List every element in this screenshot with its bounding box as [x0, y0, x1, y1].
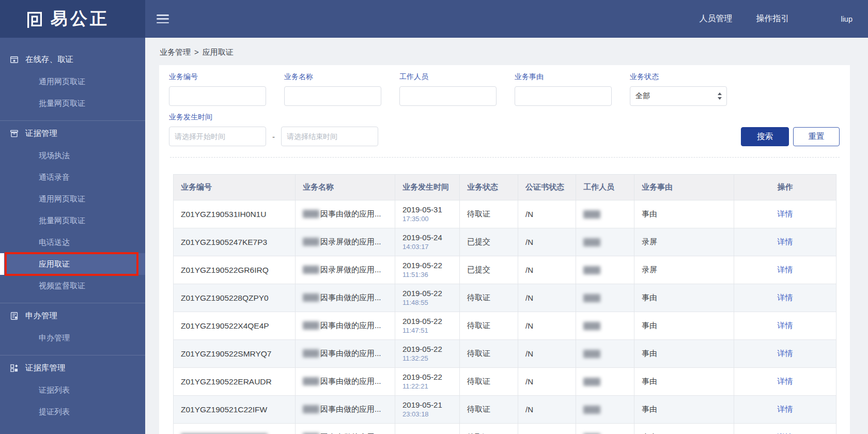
redacted-name [303, 405, 319, 413]
menu-toggle-icon[interactable] [157, 14, 169, 23]
detail-link[interactable]: 详情 [778, 265, 793, 274]
cell-date: 2019-05-2211:32:25 [395, 340, 460, 368]
sidebar-section-evidence-header[interactable]: 证据管理 [0, 122, 145, 145]
cell-staff [576, 200, 634, 228]
cell-cert-status: /N [518, 396, 576, 424]
date-range-separator: - [272, 132, 275, 141]
active-indicator [0, 253, 4, 275]
col-cert-status: 公证书状态 [518, 175, 576, 200]
sidebar-item-phone-delivery[interactable]: 电话送达 [0, 231, 145, 253]
sidebar-section-label: 证据库管理 [25, 363, 66, 374]
field-label-business-id: 业务编号 [169, 72, 266, 82]
business-id-input[interactable] [169, 86, 266, 106]
col-actions: 操作 [734, 175, 836, 200]
cell-reason: 录屏 [634, 228, 734, 256]
cell-business-name: 因事由做的应用... [296, 312, 395, 340]
cell-business-id: Z01YGZ1905228QZPY0 [174, 284, 296, 312]
sidebar-item-batch-web[interactable]: 批量网页取证 [0, 92, 145, 114]
cell-date: 2019-05-3117:35:00 [395, 200, 460, 228]
nav-guide[interactable]: 操作指引 [756, 13, 789, 24]
cell-cert-status: /N [518, 228, 576, 256]
cell-actions: 详情 [734, 368, 836, 396]
redacted-staff [583, 238, 600, 246]
cell-date: 2019-05-2211:22:21 [395, 368, 460, 396]
sidebar-item-video-supervision[interactable]: 视频监督取证 [0, 275, 145, 297]
table-row: Z01YGZ190531IH0N1U 因事由做的应用... 2019-05-31… [174, 200, 836, 228]
sidebar-item-batch-web-evidence[interactable]: 批量网页取证 [0, 210, 145, 231]
cell-business-name: 因事由做的应用... [296, 200, 395, 228]
col-staff: 工作人员 [576, 175, 634, 200]
date-start-input[interactable] [169, 127, 266, 146]
field-label-staff: 工作人员 [399, 72, 497, 82]
status-select[interactable]: 全部 [630, 86, 727, 106]
sidebar-item-call-recording[interactable]: 通话录音 [0, 166, 145, 188]
sidebar-section-online-header[interactable]: 在线存、取证 [0, 48, 145, 71]
sidebar-section-application-header[interactable]: 申办管理 [0, 304, 145, 327]
sidebar-section-label: 证据管理 [25, 128, 57, 139]
cell-actions: 详情 [734, 256, 836, 284]
redacted-name [303, 238, 319, 246]
date-end-input[interactable] [281, 127, 378, 146]
sidebar-item-onsite-enforcement[interactable]: 现场执法 [0, 145, 145, 166]
cell-actions: 详情 [734, 312, 836, 340]
redacted-staff [583, 406, 600, 414]
cell-date: 2019-05-2211:47:51 [395, 312, 460, 340]
cell-actions: 详情 [734, 424, 836, 434]
cell-actions: 详情 [734, 200, 836, 228]
redacted-name [303, 210, 319, 218]
detail-link[interactable]: 详情 [778, 237, 793, 246]
cell-staff [576, 396, 634, 424]
detail-link[interactable]: 详情 [778, 377, 793, 385]
document-user-icon [10, 312, 19, 320]
sidebar-item-evidence-list[interactable]: 证据列表 [0, 379, 145, 401]
cell-actions: 详情 [734, 284, 836, 312]
reset-button[interactable]: 重置 [793, 127, 840, 146]
cell-reason: 录屏 [634, 256, 734, 284]
cell-status: 待取证 [460, 396, 518, 424]
nav-personnel[interactable]: 人员管理 [699, 13, 732, 24]
cell-cert-status: /N [518, 424, 576, 434]
sidebar-item-app-evidence-active[interactable]: 应用取证 [0, 253, 145, 275]
sidebar-item-general-web[interactable]: 通用网页取证 [0, 71, 145, 92]
cell-business-name: 因事由做的应用... [296, 424, 395, 434]
sidebar-item-extraction-list[interactable]: 提证列表 [0, 401, 145, 423]
cell-actions: 详情 [734, 228, 836, 256]
cell-cert-status: /N [518, 340, 576, 368]
detail-link[interactable]: 详情 [778, 209, 793, 218]
cell-reason: 事由 [634, 284, 734, 312]
business-name-input[interactable] [284, 86, 381, 106]
detail-link[interactable]: 详情 [778, 321, 793, 330]
breadcrumb-section[interactable]: 业务管理 [160, 48, 191, 56]
sidebar-item-application-mgmt[interactable]: 申办管理 [0, 327, 145, 349]
cell-date: 2019-05-2211:48:55 [395, 284, 460, 312]
cell-date: 2019-05-2211:51:36 [395, 256, 460, 284]
staff-input[interactable] [399, 86, 497, 106]
cell-cert-status: /N [518, 284, 576, 312]
table-row: Z01YGZ1905247KE7P3 因录屏做的应用... 2019-05-24… [174, 228, 836, 256]
cell-reason: 事由 [634, 340, 734, 368]
field-label-business-name: 业务名称 [284, 72, 381, 82]
detail-link[interactable]: 详情 [778, 293, 793, 302]
cell-staff [576, 228, 634, 256]
breadcrumb: 业务管理>应用取证 [145, 38, 868, 57]
topbar: 易公正 人员管理 操作指引 liup [0, 0, 868, 38]
reason-input[interactable] [515, 86, 612, 106]
search-button[interactable]: 搜索 [741, 127, 789, 146]
logo-text: 易公正 [51, 7, 110, 30]
table-row-partial: 因事由做的应用... 2019-05-21 待取证 /N 事由 详情 [174, 424, 836, 434]
detail-link[interactable]: 详情 [778, 349, 793, 358]
cell-business-id: Z01YGZ1905247KE7P3 [174, 228, 296, 256]
table-row: Z01YGZ1905228QZPY0 因事由做的应用... 2019-05-22… [174, 284, 836, 312]
sidebar-section-repository-header[interactable]: 证据库管理 [0, 357, 145, 379]
detail-link[interactable]: 详情 [778, 405, 793, 413]
cell-date: 2019-05-21 [395, 424, 460, 434]
username[interactable]: liup [841, 15, 853, 23]
cell-cert-status: /N [518, 256, 576, 284]
col-business-id: 业务编号 [174, 175, 296, 200]
cell-status: 待取证 [460, 424, 518, 434]
sidebar-item-general-web-evidence[interactable]: 通用网页取证 [0, 188, 145, 210]
col-date: 业务发生时间 [395, 175, 460, 200]
redacted-name [303, 266, 319, 274]
cell-staff [576, 424, 634, 434]
redacted-staff [583, 350, 600, 358]
